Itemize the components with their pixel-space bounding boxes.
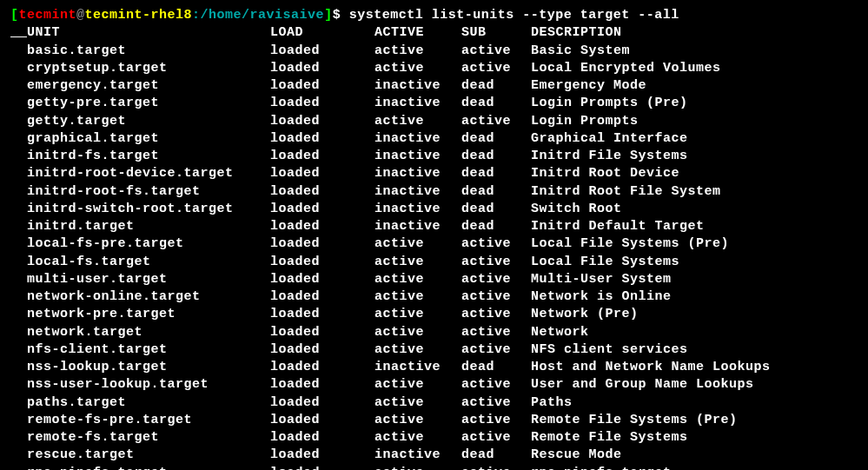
cell-load: loaded [270,324,374,341]
cell-unit: emergency.target [27,77,270,95]
table-row: local-fs-pre.targetloadedactiveactiveLoc… [10,235,858,253]
cell-sub: active [461,376,531,394]
cell-sub: active [461,235,531,253]
table-row: local-fs.targetloadedactiveactiveLocal F… [10,254,858,271]
cell-unit: graphical.target [27,130,270,148]
prompt-user: tecmint [19,8,77,23]
cell-unit: initrd-fs.target [27,148,270,165]
cell-load: loaded [270,288,374,306]
cell-description: Remote File Systems (Pre) [531,412,738,429]
cell-sub: active [461,306,531,323]
cell-active: inactive [374,201,461,218]
cell-sub: active [461,271,531,288]
cell-load: loaded [270,183,374,201]
table-row: initrd-root-fs.targetloadedinactivedeadI… [10,183,858,201]
table-row: network-online.targetloadedactiveactiveN… [10,288,858,306]
cell-active: inactive [374,359,461,376]
cell-description: Remote File Systems [531,429,688,447]
cell-sub: dead [461,218,531,235]
cell-load: loaded [270,43,374,60]
cell-unit: local-fs.target [27,254,270,271]
cell-active: inactive [374,165,461,182]
table-row: getty.targetloadedactiveactiveLogin Prom… [10,113,858,130]
table-row: network-pre.targetloadedactiveactiveNetw… [10,306,858,323]
cell-active: active [374,235,461,253]
cell-description: Graphical Interface [531,130,688,148]
cell-active: active [374,394,461,412]
cell-description: Basic System [531,43,630,60]
cell-unit: network.target [27,324,270,341]
cell-active: active [374,341,461,359]
cell-unit: nss-lookup.target [27,359,270,376]
prompt-at: @ [76,8,85,23]
cell-unit: rescue.target [27,447,270,464]
table-row: nfs-client.targetloadedactiveactiveNFS c… [10,341,858,359]
cell-description: Multi-User System [531,271,672,288]
cell-unit: getty.target [27,113,270,130]
cell-load: loaded [270,306,374,323]
prompt-colon: : [192,8,201,23]
cell-load: loaded [270,271,374,288]
cell-sub: active [461,324,531,341]
cell-load: loaded [270,113,374,130]
cell-load: loaded [270,412,374,429]
cell-unit: cryptsetup.target [27,60,270,77]
cell-unit: initrd-switch-root.target [27,201,270,218]
table-row: nss-lookup.targetloadedinactivedeadHost … [10,359,858,376]
table-row: graphical.targetloadedinactivedeadGraphi… [10,130,858,148]
header-sub: SUB [461,24,531,42]
cell-active: inactive [374,95,461,112]
table-row: remote-fs.targetloadedactiveactiveRemote… [10,429,858,447]
header-unit: UNIT [27,24,270,42]
table-row: network.targetloadedactiveactiveNetwork [10,324,858,341]
cell-unit: paths.target [27,394,270,412]
cell-description: Local Encrypted Volumes [531,60,721,77]
cell-sub: dead [461,165,531,182]
cell-unit: network-pre.target [27,306,270,323]
cell-active: active [374,43,461,60]
cell-unit: nss-user-lookup.target [27,376,270,394]
cell-description: Login Prompts [531,113,639,130]
header-active: ACTIVE [374,24,461,42]
bracket-close: ] [324,8,333,23]
table-row: remote-fs-pre.targetloadedactiveactiveRe… [10,412,858,429]
cell-active: inactive [374,130,461,148]
cell-sub: dead [461,148,531,165]
table-row: cryptsetup.targetloadedactiveactiveLocal… [10,60,858,77]
cell-unit: getty-pre.target [27,95,270,112]
cell-load: loaded [270,218,374,235]
cell-active: inactive [374,77,461,95]
terminal-prompt[interactable]: [tecmint@tecmint-rhel8:/home/ravisaive]$… [10,7,858,24]
cell-active: inactive [374,183,461,201]
cell-sub: active [461,341,531,359]
prompt-dollar: $ [333,8,341,23]
cell-description: Initrd Root File System [531,183,721,201]
cell-load: loaded [270,465,374,471]
cell-load: loaded [270,394,374,412]
cell-sub: active [461,113,531,130]
table-row: initrd-root-device.targetloadedinactived… [10,165,858,182]
cell-description: Initrd File Systems [531,148,688,165]
cell-load: loaded [270,165,374,182]
cell-unit: nfs-client.target [27,341,270,359]
command-text: systemctl list-units --type target --all [349,8,679,23]
cell-sub: dead [461,95,531,112]
cell-description: rpc_pipefs.target [531,465,672,471]
cell-sub: dead [461,183,531,201]
cell-load: loaded [270,341,374,359]
cell-load: loaded [270,254,374,271]
cell-sub: active [461,60,531,77]
table-row: initrd.targetloadedinactivedeadInitrd De… [10,218,858,235]
cell-load: loaded [270,376,374,394]
cell-active: inactive [374,148,461,165]
cell-unit: basic.target [27,43,270,60]
cell-description: Network is Online [531,288,672,306]
cell-sub: active [461,412,531,429]
cell-active: active [374,376,461,394]
cell-sub: dead [461,77,531,95]
table-body: basic.targetloadedactiveactiveBasic Syst… [10,43,858,471]
prompt-host: tecmint-rhel8 [85,8,193,23]
cell-active: active [374,271,461,288]
cell-active: active [374,324,461,341]
cell-sub: active [461,465,531,471]
